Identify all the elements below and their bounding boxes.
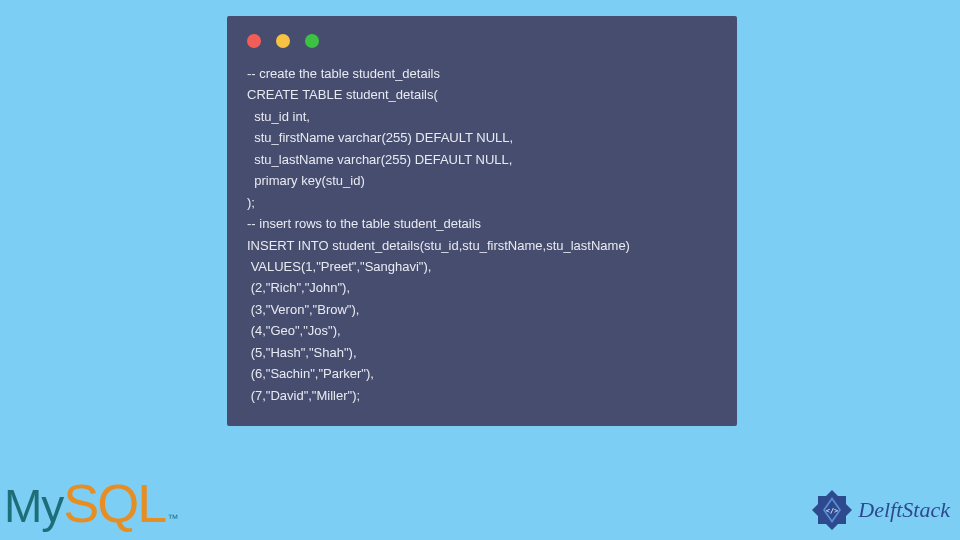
delftstack-icon: </> bbox=[810, 488, 854, 532]
mysql-logo-part2: SQL bbox=[63, 472, 165, 534]
minimize-icon bbox=[276, 34, 290, 48]
mysql-logo-tm: ™ bbox=[167, 512, 178, 524]
svg-text:</>: </> bbox=[826, 507, 839, 515]
code-window: -- create the table student_details CREA… bbox=[227, 16, 737, 426]
close-icon bbox=[247, 34, 261, 48]
code-content: -- create the table student_details CREA… bbox=[227, 63, 737, 406]
delftstack-logo: </> DelftStack bbox=[810, 488, 950, 532]
window-controls bbox=[227, 16, 737, 63]
delftstack-text: DelftStack bbox=[858, 497, 950, 523]
maximize-icon bbox=[305, 34, 319, 48]
mysql-logo-part1: My bbox=[4, 479, 63, 533]
mysql-logo: MySQL™ bbox=[4, 472, 178, 534]
